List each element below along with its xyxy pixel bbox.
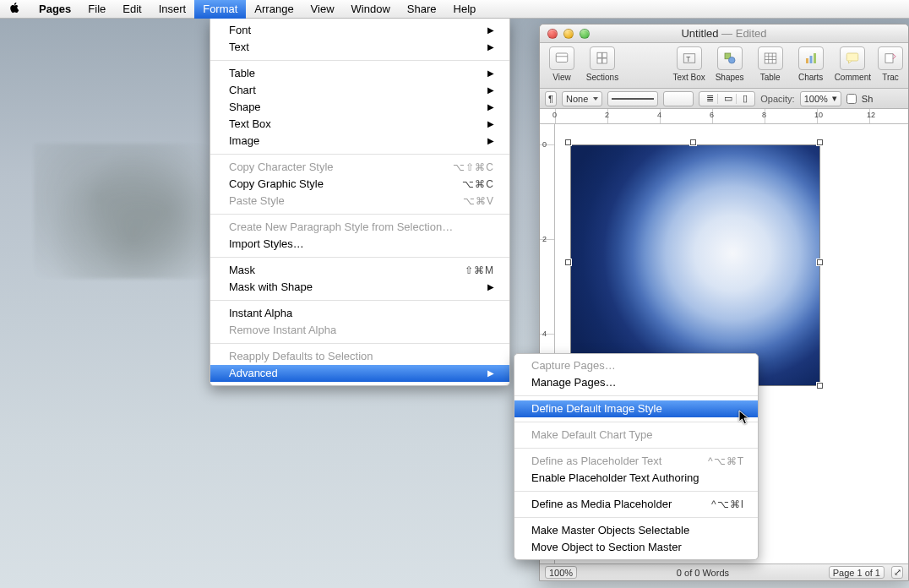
menu-item-label: Font: [229, 22, 251, 39]
opacity-field[interactable]: 100%▾: [800, 91, 841, 106]
svg-rect-15: [806, 58, 808, 63]
advanced-menu-item-make-master-objects-selectable[interactable]: Make Master Objects Selectable: [514, 522, 758, 539]
horizontal-ruler[interactable]: 024681012: [540, 109, 908, 124]
paragraph-style-picker[interactable]: ¶: [545, 91, 557, 106]
page-nav-dropdown[interactable]: Page 1 of 1: [829, 566, 885, 579]
svg-rect-16: [809, 56, 812, 63]
menu-item-shortcut: ^⌥⌘T: [708, 453, 744, 470]
format-bar: ¶ None ≣▭▯ Opacity: 100%▾ Sh: [540, 89, 908, 109]
toolbar-text-box-button[interactable]: T Text Box: [672, 46, 706, 82]
svg-rect-2: [597, 52, 601, 57]
zoom-value: 100%: [549, 568, 573, 578]
menu-item-shortcut: ⌥⌘V: [463, 193, 494, 210]
wrap-segmented[interactable]: ≣▭▯: [699, 91, 755, 106]
menu-edit[interactable]: Edit: [114, 0, 150, 19]
menu-item-label: Create New Paragraph Style from Selectio…: [229, 219, 453, 236]
format-menu-item-paste-style: Paste Style⌥⌘V: [210, 193, 509, 210]
statusbar-misc-icon[interactable]: ⤢: [891, 566, 903, 579]
window-close-button[interactable]: [547, 29, 558, 39]
menu-insert[interactable]: Insert: [150, 0, 195, 19]
ruler-tick-label: 0: [552, 111, 557, 119]
toolbar-charts-button[interactable]: Charts: [794, 46, 828, 82]
menu-item-label: Text: [229, 39, 249, 56]
selection-handle-top-left[interactable]: [565, 139, 571, 145]
format-menu-item-reapply-defaults-to-selection: Reapply Defaults to Selection: [210, 348, 509, 365]
menu-item-shortcut: ⌥⌘C: [462, 176, 494, 193]
shadow-checkbox[interactable]: [846, 94, 857, 104]
format-menu-item-advanced[interactable]: Advanced▶: [210, 365, 509, 382]
format-menu-item-copy-graphic-style[interactable]: Copy Graphic Style⌥⌘C: [210, 176, 509, 193]
paragraph-style-value: None: [566, 94, 588, 104]
format-menu-item-mask[interactable]: Mask⇧⌘M: [210, 262, 509, 279]
toolbar-shapes-button[interactable]: Shapes: [713, 46, 747, 82]
ruler-tick-label: 4: [542, 329, 547, 338]
line-end-picker[interactable]: [663, 91, 694, 106]
format-menu-item-copy-character-style: Copy Character Style⌥⇧⌘C: [210, 159, 509, 176]
submenu-arrow-icon: ▶: [487, 133, 494, 150]
selection-handle-mid-left[interactable]: [565, 259, 571, 265]
menu-item-label: Manage Pages…: [531, 374, 616, 391]
ruler-tick-label: 10: [814, 111, 823, 119]
selection-handle-top-mid[interactable]: [690, 139, 696, 145]
format-menu-item-instant-alpha[interactable]: Instant Alpha: [210, 305, 509, 322]
format-menu-item-text[interactable]: Text▶: [210, 39, 509, 56]
toolbar-sections-button[interactable]: Sections: [585, 46, 619, 82]
format-menu-item-import-styles[interactable]: Import Styles…: [210, 236, 509, 253]
zoom-dropdown[interactable]: 100%: [545, 566, 577, 579]
toolbar-comment-button[interactable]: Comment: [835, 46, 871, 82]
submenu-arrow-icon: ▶: [487, 99, 494, 116]
window-titlebar[interactable]: Untitled — Edited: [540, 24, 908, 43]
menu-help[interactable]: Help: [445, 0, 485, 19]
toolbar-track-button[interactable]: Trac: [878, 46, 903, 82]
advanced-menu-item-enable-placeholder-text-authoring[interactable]: Enable Placeholder Text Authoring: [514, 470, 758, 487]
advanced-menu-item-define-default-image-style[interactable]: Define Default Image Style: [514, 400, 758, 417]
advanced-menu-item-move-object-to-section-master[interactable]: Move Object to Section Master: [514, 539, 758, 556]
submenu-arrow-icon: ▶: [487, 39, 494, 56]
traffic-lights: [540, 29, 590, 39]
cursor-icon: [738, 410, 750, 427]
window-minimize-button[interactable]: [563, 29, 574, 39]
menu-item-label: Define as Media Placeholder: [531, 496, 672, 513]
submenu-arrow-icon: ▶: [487, 279, 494, 296]
menu-window[interactable]: Window: [343, 0, 399, 19]
svg-rect-0: [556, 53, 568, 63]
window-zoom-button[interactable]: [580, 29, 590, 39]
apple-menu-icon[interactable]: [8, 2, 30, 16]
format-menu-item-shape[interactable]: Shape▶: [210, 99, 509, 116]
submenu-arrow-icon: ▶: [487, 22, 494, 39]
menu-item-label: Image: [229, 133, 259, 150]
selection-handle-bottom-right[interactable]: [817, 383, 823, 389]
menu-format[interactable]: Format: [194, 0, 246, 19]
format-menu-item-text-box[interactable]: Text Box▶: [210, 116, 509, 133]
ruler-tick-label: 8: [762, 111, 766, 119]
svg-rect-19: [885, 54, 893, 63]
paragraph-style-dropdown[interactable]: None: [562, 91, 602, 106]
selection-handle-mid-right[interactable]: [817, 259, 823, 265]
format-menu-item-table[interactable]: Table▶: [210, 65, 509, 82]
format-menu-item-chart[interactable]: Chart▶: [210, 82, 509, 99]
menu-arrange[interactable]: Arrange: [246, 0, 302, 19]
menu-item-label: Mask: [229, 262, 255, 279]
inserted-image[interactable]: [570, 144, 820, 386]
svg-rect-17: [814, 53, 816, 63]
selection-handle-top-right[interactable]: [817, 139, 823, 145]
ruler-tick-label: 0: [542, 140, 547, 149]
menu-app-name[interactable]: Pages: [30, 0, 79, 19]
format-menu-item-image[interactable]: Image▶: [210, 133, 509, 150]
menu-file[interactable]: File: [79, 0, 114, 19]
menu-item-label: Remove Instant Alpha: [229, 322, 336, 339]
advanced-menu-item-manage-pages[interactable]: Manage Pages…: [514, 374, 758, 391]
window-title: Untitled — Edited: [540, 27, 908, 40]
format-menu-item-mask-with-shape[interactable]: Mask with Shape▶: [210, 279, 509, 296]
word-count: 0 of 0 Words: [677, 568, 729, 578]
stroke-style-picker[interactable]: [607, 91, 658, 106]
menu-item-label: Paste Style: [229, 193, 285, 210]
toolbar-view-button[interactable]: View: [545, 46, 579, 82]
format-menu-item-font[interactable]: Font▶: [210, 22, 509, 39]
shadow-checkbox-label: Sh: [862, 94, 873, 104]
toolbar-table-button[interactable]: Table: [754, 46, 787, 82]
menu-view[interactable]: View: [302, 0, 343, 19]
menu-share[interactable]: Share: [399, 0, 445, 19]
page-indicator: Page 1 of 1: [833, 568, 880, 578]
advanced-menu-item-define-as-media-placeholder[interactable]: Define as Media Placeholder^⌥⌘I: [514, 496, 758, 513]
